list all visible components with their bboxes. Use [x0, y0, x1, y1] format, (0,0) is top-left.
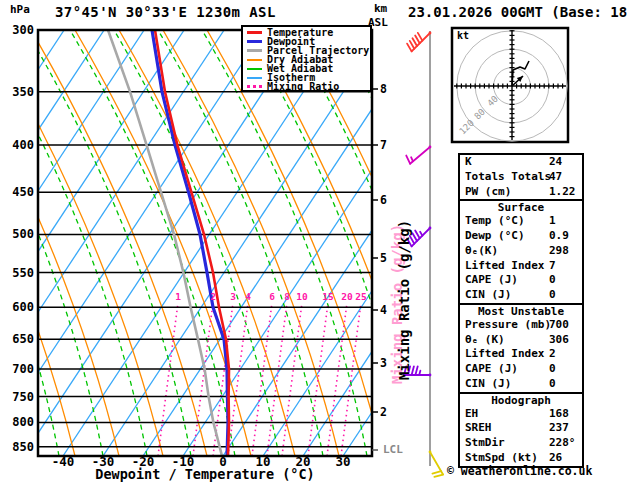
- table-row: Lifted Index2: [460, 347, 582, 362]
- legend-item-mixing-ratio: Mixing Ratio: [247, 82, 370, 91]
- table-row: SREH237: [460, 421, 582, 436]
- legend-box: Temperature Dewpoint Parcel Trajectory D…: [241, 25, 372, 92]
- table-section-header: Surface: [460, 199, 582, 214]
- pressure-tick-label: 550: [12, 266, 34, 280]
- table-row: PW (cm)1.22: [460, 185, 582, 200]
- mixing-ratio-line: [252, 303, 272, 456]
- mixing-ratio-value-label: 25: [355, 291, 367, 302]
- mixing-ratio-value-label: 10: [296, 291, 308, 302]
- pressure-tick-label: 400: [12, 138, 34, 152]
- dry-adiabat-line-swatch: [247, 59, 262, 61]
- temperature-curve: [155, 30, 229, 456]
- legend-label: Mixing Ratio: [267, 81, 339, 92]
- pressure-tick-label: 800: [12, 415, 34, 429]
- table-section-header: Hodograph: [460, 392, 582, 407]
- table-row: Dewp (°C)0.9: [460, 229, 582, 244]
- mixing-ratio-line: [282, 303, 302, 456]
- km-tick-label: 3: [380, 356, 387, 370]
- km-tick-label: 8: [380, 82, 387, 96]
- copyright-watermark: © weatheronline.co.uk: [447, 464, 592, 478]
- table-row: Totals Totals47: [460, 170, 582, 185]
- sounding-indices-table: K24 Totals Totals47 PW (cm)1.22 Surface …: [458, 153, 584, 468]
- km-tick-label: 7: [380, 138, 387, 152]
- lcl-label: LCL: [383, 443, 403, 456]
- mixing-ratio-line: [327, 303, 347, 456]
- mixing-ratio-value-label: 20: [341, 291, 353, 302]
- mixing-ratio-value-label: 4: [245, 291, 251, 302]
- pressure-tick-label: 500: [12, 227, 34, 241]
- hodograph: 4080120: [452, 28, 568, 142]
- table-row: EH168: [460, 407, 582, 422]
- pressure-tick-label: 300: [12, 23, 34, 37]
- mixing-ratio-value-label: 6: [269, 291, 275, 302]
- temperature-line-swatch: [247, 31, 262, 34]
- temperature-axis-title: Dewpoint / Temperature (°C): [38, 466, 372, 482]
- wind-barb: [407, 32, 431, 52]
- mixing-ratio-value-label: 1: [175, 291, 181, 302]
- dewpoint-line-swatch: [247, 40, 262, 43]
- pressure-tick-label: 750: [12, 390, 34, 404]
- table-section-header: Most Unstable: [460, 303, 582, 318]
- table-row: CIN (J)0: [460, 288, 582, 303]
- wet-adiabat-line: [70, 30, 235, 456]
- table-row: Temp (°C)1: [460, 214, 582, 229]
- pressure-tick-label: 850: [12, 440, 34, 454]
- parcel-line-swatch: [247, 49, 262, 52]
- sounding-curves: [108, 30, 229, 456]
- km-tick-label: 6: [380, 193, 387, 207]
- table-row: Lifted Index7: [460, 259, 582, 274]
- pressure-tick-label: 600: [12, 300, 34, 314]
- pressure-tick-label: 450: [12, 185, 34, 199]
- table-row: K24: [460, 155, 582, 170]
- table-row: StmDir228°: [460, 436, 582, 451]
- table-row: Pressure (mb)700: [460, 318, 582, 333]
- wind-barb: [429, 451, 443, 477]
- table-row: θₑ(K)298: [460, 244, 582, 259]
- mixing-ratio-value-label: 2: [210, 291, 216, 302]
- isotherm-line: [63, 30, 344, 456]
- km-tick-label: 2: [380, 405, 387, 419]
- skewt-sounding-screenshot: 300350400450500550600650700750800850-40-…: [0, 0, 629, 486]
- mixing-ratio-value-label: 15: [322, 291, 334, 302]
- wet-adiabat-line: [114, 30, 279, 456]
- mixing-ratio-line-swatch: [247, 85, 262, 88]
- km-tick-label: 4: [380, 303, 387, 317]
- pressure-tick-label: 350: [12, 85, 34, 99]
- pressure-tick-label: 650: [12, 332, 34, 346]
- mixing-ratio-value-label: 8: [284, 291, 290, 302]
- table-row: CIN (J)0: [460, 377, 582, 392]
- mixing-ratio-value-label: 3: [230, 291, 236, 302]
- hodograph-unit-label: kt: [457, 30, 469, 41]
- km-tick-label: 5: [380, 251, 387, 265]
- pressure-tick-label: 700: [12, 362, 34, 376]
- table-row: CAPE (J)0: [460, 273, 582, 288]
- wind-barb: [406, 146, 431, 164]
- isotherm-line-swatch: [247, 77, 262, 79]
- table-row: CAPE (J)0: [460, 362, 582, 377]
- table-row: θₑ (K)306: [460, 333, 582, 348]
- mixing-ratio-axis-label: Mixing Ratio (g/kg): [396, 220, 412, 380]
- mixing-ratio-line: [267, 303, 287, 456]
- wet-adiabat-line-swatch: [247, 68, 262, 70]
